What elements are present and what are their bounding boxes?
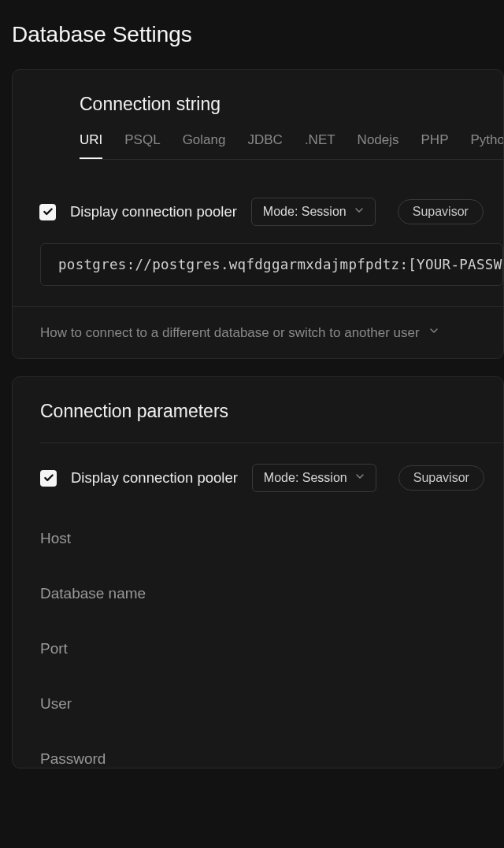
- display-pooler-checkbox-params[interactable]: [40, 470, 57, 487]
- param-password: Password: [40, 750, 503, 768]
- pooler-mode-select[interactable]: Mode: Session: [251, 198, 376, 226]
- tab-php[interactable]: PHP: [421, 132, 449, 159]
- param-host-label: Host: [40, 530, 503, 547]
- tab-nodejs[interactable]: Nodejs: [358, 132, 399, 159]
- expand-label: How to connect to a different database o…: [40, 325, 420, 341]
- connection-parameters-panel: Connection parameters Display connection…: [12, 376, 504, 768]
- check-icon: [43, 206, 54, 217]
- pooler-mode-select-params[interactable]: Mode: Session: [252, 464, 376, 492]
- param-host: Host: [40, 530, 503, 547]
- parameters-pooler-row: Display connection pooler Mode: Session …: [40, 443, 503, 492]
- connection-string-tabs: URI PSQL Golang JDBC .NET Nodejs PHP Pyt…: [80, 132, 503, 160]
- tab-python[interactable]: Python: [471, 132, 504, 159]
- tab-uri[interactable]: URI: [80, 132, 102, 159]
- connection-parameters-title: Connection parameters: [40, 401, 503, 422]
- display-pooler-label: Display connection pooler: [70, 203, 237, 220]
- connection-string-title: Connection string: [40, 94, 503, 132]
- display-pooler-label-params: Display connection pooler: [71, 469, 238, 487]
- pooler-mode-value: Mode: Session: [263, 205, 346, 218]
- param-password-label: Password: [40, 750, 503, 768]
- provider-button[interactable]: Supavisor: [398, 199, 484, 224]
- check-icon: [43, 472, 54, 483]
- pooler-mode-value-params: Mode: Session: [264, 471, 347, 484]
- page-title: Database Settings: [0, 0, 504, 69]
- chevron-down-icon: [353, 204, 365, 220]
- connection-uri-field[interactable]: postgres://postgres.wqfdggarmxdajmpfpdtz…: [40, 243, 503, 286]
- display-pooler-checkbox[interactable]: [39, 204, 56, 220]
- provider-button-params[interactable]: Supavisor: [398, 465, 484, 491]
- param-port-label: Port: [40, 640, 503, 657]
- connection-string-panel: Connection string URI PSQL Golang JDBC .…: [12, 69, 504, 359]
- param-database-name: Database name: [40, 585, 503, 602]
- tab-jdbc[interactable]: JDBC: [247, 132, 282, 159]
- tab-golang[interactable]: Golang: [183, 132, 226, 159]
- how-to-connect-expander[interactable]: How to connect to a different database o…: [13, 306, 503, 358]
- chevron-down-icon: [354, 470, 366, 486]
- param-user: User: [40, 695, 503, 713]
- param-user-label: User: [40, 695, 503, 713]
- param-database-name-label: Database name: [40, 585, 503, 602]
- param-port: Port: [40, 640, 503, 657]
- tab-dotnet[interactable]: .NET: [305, 132, 335, 159]
- tab-psql[interactable]: PSQL: [124, 132, 160, 159]
- chevron-down-icon: [428, 324, 440, 341]
- connection-pooler-row: Display connection pooler Mode: Session …: [39, 160, 503, 226]
